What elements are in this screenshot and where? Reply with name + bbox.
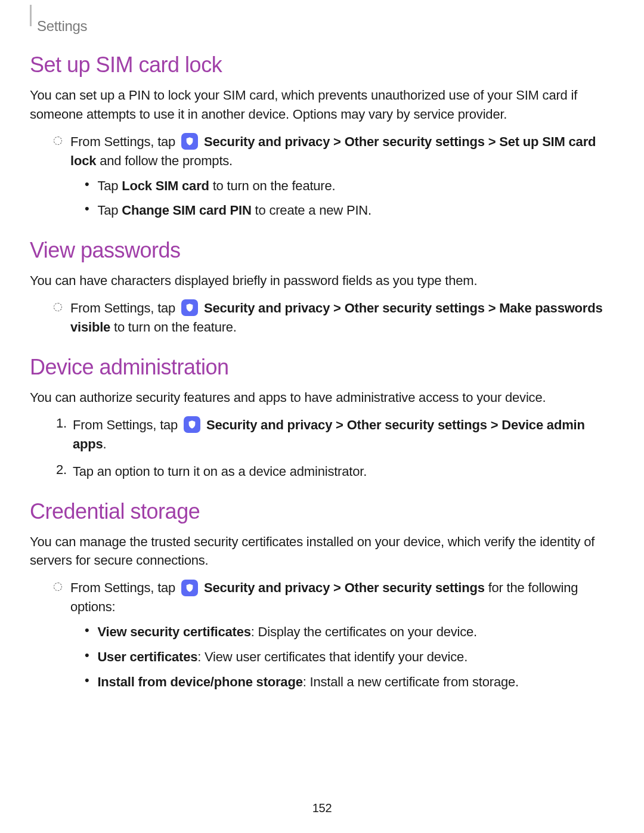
bullet-icon: •	[85, 648, 89, 663]
number-marker: 2.	[56, 462, 68, 478]
circle-bullet-icon	[54, 137, 62, 145]
step-text: From Settings, tap Security and privacy …	[70, 299, 614, 337]
step-text: From Settings, tap Security and privacy …	[73, 416, 614, 454]
list-item: From Settings, tap Security and privacy …	[54, 299, 614, 337]
paragraph-sim-intro: You can set up a PIN to lock your SIM ca…	[30, 86, 614, 124]
header-divider	[30, 5, 32, 26]
list-item: 2. Tap an option to turn it on as a devi…	[56, 462, 614, 481]
bullet-icon: •	[85, 201, 89, 216]
heading-credential-storage: Credential storage	[30, 499, 614, 524]
bullet-icon: •	[85, 623, 89, 638]
circle-bullet-icon	[54, 583, 62, 591]
breadcrumb: Settings	[37, 18, 614, 35]
heading-sim-lock: Set up SIM card lock	[30, 52, 614, 78]
step-text: Tap Change SIM card PIN to create a new …	[97, 201, 371, 220]
list-item: From Settings, tap Security and privacy …	[54, 132, 614, 171]
paragraph-pwd-intro: You can have characters displayed briefl…	[30, 271, 614, 290]
list-item: • Tap Lock SIM card to turn on the featu…	[85, 176, 614, 196]
step-text: Tap an option to turn it on as a device …	[73, 462, 367, 481]
heading-view-passwords: View passwords	[30, 238, 614, 263]
page-number: 152	[312, 801, 332, 815]
shield-icon	[181, 133, 198, 150]
list-item: From Settings, tap Security and privacy …	[54, 578, 614, 617]
circle-bullet-icon	[54, 303, 62, 311]
list-item: • User certificates: View user certifica…	[85, 648, 614, 667]
paragraph-admin-intro: You can authorize security features and …	[30, 388, 614, 407]
step-text: User certificates: View user certificate…	[97, 648, 467, 667]
step-text: Tap Lock SIM card to turn on the feature…	[97, 176, 335, 196]
heading-device-admin: Device administration	[30, 355, 614, 380]
bullet-icon: •	[85, 176, 89, 192]
list-item: • Install from device/phone storage: Ins…	[85, 673, 614, 692]
paragraph-cred-intro: You can manage the trusted security cert…	[30, 532, 614, 571]
list-item: 1. From Settings, tap Security and priva…	[56, 416, 614, 454]
shield-icon	[181, 299, 198, 316]
step-text: View security certificates: Display the …	[97, 623, 477, 642]
bullet-icon: •	[85, 673, 89, 688]
list-item: • View security certificates: Display th…	[85, 623, 614, 642]
step-text: Install from device/phone storage: Insta…	[97, 673, 519, 692]
shield-icon	[184, 416, 200, 433]
shield-icon	[181, 580, 198, 596]
step-text: From Settings, tap Security and privacy …	[70, 132, 614, 171]
step-text: From Settings, tap Security and privacy …	[70, 578, 614, 617]
number-marker: 1.	[56, 416, 68, 431]
list-item: • Tap Change SIM card PIN to create a ne…	[85, 201, 614, 220]
